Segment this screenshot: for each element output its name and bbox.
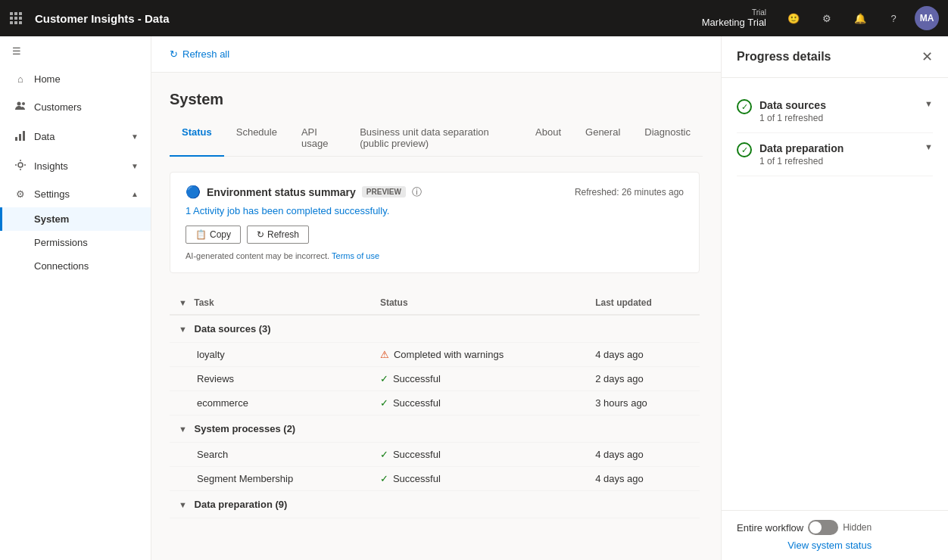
- sidebar-item-home[interactable]: ⌂ Home: [0, 66, 151, 92]
- refresh-all-icon: ↻: [170, 48, 178, 60]
- tab-api-usage[interactable]: API usage: [289, 120, 348, 157]
- help-icon[interactable]: ?: [881, 6, 906, 30]
- table-row: Search ✓ Successful 4 days ago: [170, 443, 700, 467]
- sidebar-item-data[interactable]: Data ▼: [0, 122, 151, 151]
- table-row: ecommerce ✓ Successful 3 hours ago: [170, 391, 700, 415]
- refresh-all-button[interactable]: ↻ Refresh all: [170, 48, 229, 60]
- settings-chevron-icon: ▲: [131, 190, 139, 198]
- updated-search: 4 days ago: [586, 443, 700, 467]
- data-preparation-check-icon: ✓: [737, 142, 752, 157]
- env-card-title: Environment status summary: [207, 186, 356, 198]
- toggle-knob: [809, 521, 822, 534]
- col-last-updated: Last updated: [586, 291, 700, 315]
- svg-rect-13: [23, 131, 25, 141]
- workflow-toggle-container: Entire workflow Hidden: [737, 520, 872, 535]
- svg-rect-4: [14, 17, 17, 20]
- copy-button[interactable]: 📋 Copy: [186, 226, 241, 244]
- data-sources-chevron[interactable]: ▼: [179, 325, 187, 334]
- table-row: Segment Membership ✓ Successful 4 days a…: [170, 467, 700, 491]
- copy-icon: 📋: [195, 229, 207, 240]
- task-reviews: Reviews: [170, 367, 371, 391]
- svg-rect-5: [19, 17, 22, 20]
- view-status-link[interactable]: View system status: [737, 540, 872, 551]
- data-sources-label: Data sources (3): [195, 323, 271, 334]
- col-status: Status: [371, 291, 586, 315]
- table-row: loyalty ⚠ Completed with warnings 4 days…: [170, 343, 700, 367]
- progress-panel-title: Progress details: [737, 50, 921, 64]
- data-sources-progress-title: Data sources: [759, 99, 917, 111]
- collapse-all-icon[interactable]: ▼: [179, 298, 187, 307]
- svg-rect-6: [10, 21, 13, 24]
- system-processes-chevron[interactable]: ▼: [179, 425, 187, 434]
- status-ecommerce: ✓ Successful: [371, 391, 586, 415]
- status-search: ✓ Successful: [371, 443, 586, 467]
- data-preparation-progress-title: Data preparation: [759, 142, 917, 154]
- table-header: ▼ Task Status Last updated: [170, 291, 700, 315]
- sidebar-item-customers[interactable]: Customers: [0, 92, 151, 122]
- main-content-area: ↻ Refresh all System Status Schedule API…: [151, 36, 721, 560]
- sidebar-sub-permissions[interactable]: Permissions: [0, 231, 151, 254]
- close-panel-button[interactable]: ✕: [921, 48, 933, 65]
- workflow-toggle[interactable]: [808, 520, 838, 535]
- tab-schedule[interactable]: Schedule: [224, 120, 289, 157]
- task-ecommerce: ecommerce: [170, 391, 371, 415]
- status-reviews: ✓ Successful: [371, 367, 586, 391]
- data-preparation-label: Data preparation (9): [195, 499, 288, 510]
- sidebar-item-insights-label: Insights: [34, 160, 68, 172]
- success-icon-3: ✓: [380, 449, 388, 460]
- ai-disclaimer: AI-generated content may be incorrect. T…: [186, 251, 684, 260]
- refresh-button[interactable]: ↻ Refresh: [247, 226, 309, 244]
- grid-icon[interactable]: [9, 11, 23, 25]
- refresh-all-label: Refresh all: [182, 48, 229, 60]
- sidebar-item-settings[interactable]: ⚙ Settings ▲: [0, 181, 151, 207]
- status-loyalty: ⚠ Completed with warnings: [371, 343, 586, 367]
- updated-reviews: 2 days ago: [586, 367, 700, 391]
- data-preparation-chevron[interactable]: ▼: [179, 500, 187, 509]
- table-row: Reviews ✓ Successful 2 days ago: [170, 367, 700, 391]
- avatar[interactable]: MA: [915, 6, 939, 30]
- sidebar-sub-system[interactable]: System: [0, 207, 151, 231]
- env-card-message: 1 Activity job has been completed succes…: [186, 205, 684, 216]
- success-icon-4: ✓: [380, 473, 388, 484]
- task-loyalty: loyalty: [170, 343, 371, 367]
- sidebar-item-insights[interactable]: Insights ▼: [0, 151, 151, 181]
- data-sources-info: Data sources 1 of 1 refreshed: [759, 99, 917, 123]
- notification-icon[interactable]: 🔔: [848, 6, 872, 30]
- copy-label: Copy: [210, 229, 231, 240]
- progress-item-data-sources: ✓ Data sources 1 of 1 refreshed ▼: [737, 90, 933, 133]
- updated-segment-membership: 4 days ago: [586, 467, 700, 491]
- terms-of-use-link[interactable]: Terms of use: [332, 251, 379, 260]
- progress-panel-content: ✓ Data sources 1 of 1 refreshed ▼ ✓ Data…: [722, 78, 948, 510]
- svg-rect-0: [10, 12, 13, 15]
- sidebar-item-data-label: Data: [34, 131, 55, 142]
- success-icon-2: ✓: [380, 397, 388, 409]
- info-icon: ⓘ: [412, 185, 422, 199]
- sidebar-sub-connections[interactable]: Connections: [0, 254, 151, 278]
- env-card-header: 🔵 Environment status summary PREVIEW ⓘ R…: [186, 185, 684, 199]
- home-icon: ⌂: [14, 73, 27, 85]
- emoji-button[interactable]: 🙂: [781, 6, 806, 30]
- svg-point-10: [22, 102, 25, 105]
- tab-diagnostic[interactable]: Diagnostic: [632, 120, 703, 157]
- updated-loyalty: 4 days ago: [586, 343, 700, 367]
- settings-icon[interactable]: ⚙: [815, 6, 839, 30]
- data-preparation-expand-icon[interactable]: ▼: [925, 142, 933, 151]
- hamburger-menu[interactable]: ☰: [0, 36, 151, 66]
- task-segment-membership: Segment Membership: [170, 467, 371, 491]
- tab-business-unit[interactable]: Business unit data separation (public pr…: [348, 120, 523, 157]
- tab-about[interactable]: About: [523, 120, 573, 157]
- svg-rect-3: [10, 17, 13, 20]
- env-selector[interactable]: Trial Marketing Trial: [702, 8, 766, 28]
- tabs-bar: Status Schedule API usage Business unit …: [170, 120, 703, 157]
- svg-point-14: [18, 163, 23, 167]
- section-data-sources: ▼ Data sources (3): [170, 315, 700, 343]
- sidebar-sub-system-label: System: [34, 213, 69, 225]
- tab-status[interactable]: Status: [170, 120, 224, 157]
- insights-icon: [14, 159, 27, 173]
- tab-general[interactable]: General: [573, 120, 632, 157]
- data-chevron-icon: ▼: [131, 132, 139, 141]
- refresh-icon: ↻: [257, 229, 264, 240]
- data-sources-expand-icon[interactable]: ▼: [925, 99, 933, 108]
- svg-rect-1: [14, 12, 17, 15]
- progress-panel: Progress details ✕ ✓ Data sources 1 of 1…: [721, 36, 948, 560]
